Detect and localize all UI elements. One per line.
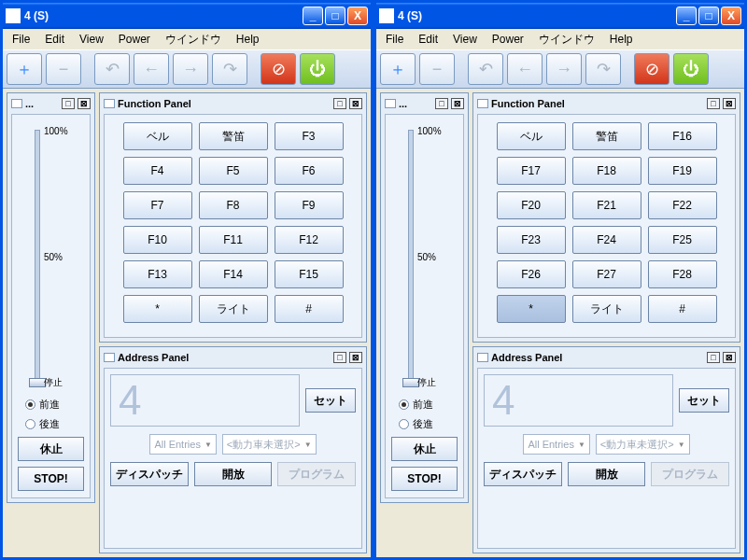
throttle-slider[interactable]: 100% 50% 停止 — [14, 120, 88, 395]
function-button[interactable]: F26 — [497, 260, 566, 288]
function-button[interactable]: F22 — [648, 191, 717, 219]
reverse-radio[interactable]: 後進 — [25, 417, 88, 431]
forward-button[interactable]: → — [546, 53, 582, 85]
function-button[interactable]: F10 — [123, 226, 192, 254]
function-button[interactable]: F17 — [497, 157, 566, 185]
estop-button[interactable]: STOP! — [391, 467, 458, 491]
function-button[interactable]: F11 — [199, 226, 268, 254]
function-button[interactable]: ライト — [199, 295, 268, 323]
roster-combo[interactable]: All Entries▼ — [523, 434, 589, 455]
menu-help[interactable]: Help — [604, 31, 639, 48]
redo-button[interactable]: ↷ — [212, 53, 247, 85]
function-button[interactable]: F7 — [123, 191, 192, 219]
dispatch-button[interactable]: ディスパッチ — [484, 462, 562, 486]
menu-power[interactable]: Power — [113, 31, 156, 48]
function-button[interactable]: 警笛 — [572, 122, 641, 150]
roster-combo[interactable]: All Entries▼ — [149, 434, 216, 455]
power-button[interactable]: ⏻ — [673, 53, 709, 85]
release-button[interactable]: 開放 — [194, 462, 273, 486]
close-button[interactable]: X — [347, 7, 368, 25]
close-button[interactable]: X — [721, 7, 741, 25]
program-button[interactable]: プログラム — [277, 462, 356, 486]
panel-close-icon[interactable]: ⊠ — [78, 98, 91, 109]
minimize-button[interactable]: _ — [676, 7, 697, 25]
estop-button[interactable]: STOP! — [18, 467, 84, 491]
menu-file[interactable]: File — [7, 31, 35, 48]
panel-close-icon[interactable]: ⊠ — [349, 98, 362, 109]
remove-button[interactable]: − — [419, 53, 455, 85]
loco-combo[interactable]: <動力車未選択>▼ — [596, 434, 690, 455]
function-button[interactable]: # — [648, 295, 717, 323]
panel-max-icon[interactable]: □ — [333, 98, 346, 109]
power-button[interactable]: ⏻ — [300, 53, 335, 85]
back-button[interactable]: ← — [507, 53, 543, 85]
function-button[interactable]: F6 — [275, 157, 344, 185]
panel-close-icon[interactable]: ⊠ — [349, 352, 362, 363]
function-button[interactable]: F19 — [648, 157, 717, 185]
function-button[interactable]: F23 — [497, 226, 566, 254]
function-button[interactable]: F24 — [572, 226, 641, 254]
function-button[interactable]: F16 — [648, 122, 717, 150]
throttle-slider[interactable]: 100% 50% 停止 — [388, 120, 461, 395]
panel-max-icon[interactable]: □ — [707, 352, 720, 363]
function-button[interactable]: F27 — [572, 260, 641, 288]
function-button[interactable]: F20 — [497, 191, 566, 219]
function-button[interactable]: F15 — [275, 260, 344, 288]
function-button[interactable]: F25 — [648, 226, 717, 254]
function-button[interactable]: F4 — [123, 157, 192, 185]
function-button[interactable]: F14 — [199, 260, 268, 288]
undo-button[interactable]: ↶ — [94, 53, 130, 85]
forward-radio[interactable]: 前進 — [25, 398, 88, 412]
titlebar[interactable]: 4 (S) _ □ X — [3, 3, 371, 29]
panel-max-icon[interactable]: □ — [707, 98, 720, 109]
function-button[interactable]: * — [497, 295, 566, 323]
undo-button[interactable]: ↶ — [468, 53, 503, 85]
loco-combo[interactable]: <動力車未選択>▼ — [222, 434, 317, 455]
function-button[interactable]: F8 — [199, 191, 268, 219]
reverse-radio[interactable]: 後進 — [399, 417, 461, 431]
maximize-button[interactable]: □ — [325, 7, 345, 25]
minimize-button[interactable]: _ — [303, 7, 323, 25]
panel-close-icon[interactable]: ⊠ — [723, 98, 736, 109]
function-button[interactable]: ベル — [123, 122, 192, 150]
set-button[interactable]: セット — [305, 388, 356, 413]
program-button[interactable]: プログラム — [651, 462, 729, 486]
back-button[interactable]: ← — [134, 53, 169, 85]
set-button[interactable]: セット — [679, 388, 729, 413]
menu-view[interactable]: View — [447, 31, 483, 48]
forward-radio[interactable]: 前進 — [399, 398, 461, 412]
menu-file[interactable]: File — [380, 31, 409, 48]
menu-window[interactable]: ウインドウ — [533, 30, 600, 49]
function-button[interactable]: F12 — [275, 226, 344, 254]
titlebar[interactable]: 4 (S) _ □ X — [376, 3, 744, 29]
function-button[interactable]: F18 — [572, 157, 641, 185]
menu-power[interactable]: Power — [486, 31, 529, 48]
panel-close-icon[interactable]: ⊠ — [451, 98, 464, 109]
redo-button[interactable]: ↷ — [585, 53, 621, 85]
function-button[interactable]: F5 — [199, 157, 268, 185]
panel-max-icon[interactable]: □ — [333, 352, 346, 363]
function-button[interactable]: F9 — [275, 191, 344, 219]
function-button[interactable]: * — [123, 295, 192, 323]
function-button[interactable]: ライト — [572, 295, 641, 323]
menu-edit[interactable]: Edit — [39, 31, 70, 48]
dispatch-button[interactable]: ディスパッチ — [110, 462, 189, 486]
panel-max-icon[interactable]: □ — [62, 98, 75, 109]
stop-button[interactable]: ⊘ — [261, 53, 296, 85]
function-button[interactable]: 警笛 — [199, 122, 268, 150]
release-button[interactable]: 開放 — [568, 462, 646, 486]
function-button[interactable]: # — [275, 295, 344, 323]
panel-close-icon[interactable]: ⊠ — [723, 352, 736, 363]
menu-view[interactable]: View — [74, 31, 109, 48]
maximize-button[interactable]: □ — [698, 7, 719, 25]
idle-button[interactable]: 休止 — [391, 437, 458, 461]
stop-button[interactable]: ⊘ — [634, 53, 669, 85]
function-button[interactable]: F28 — [648, 260, 717, 288]
function-button[interactable]: F21 — [572, 191, 641, 219]
menu-edit[interactable]: Edit — [413, 31, 444, 48]
menu-help[interactable]: Help — [231, 31, 265, 48]
add-button[interactable]: ＋ — [380, 53, 416, 85]
function-button[interactable]: F3 — [275, 122, 344, 150]
panel-max-icon[interactable]: □ — [435, 98, 448, 109]
function-button[interactable]: ベル — [497, 122, 566, 150]
